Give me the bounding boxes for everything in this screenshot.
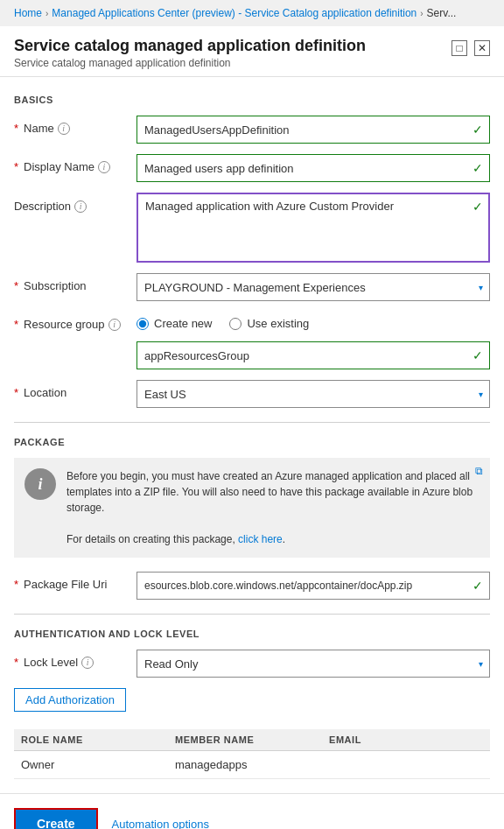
- create-new-radio-option[interactable]: Create new: [136, 317, 212, 330]
- info-box-line1: Before you begin, you must have created …: [66, 470, 472, 514]
- breadcrumb-managed-apps[interactable]: Managed Applications Center (preview) - …: [52, 7, 416, 19]
- create-button[interactable]: Create: [14, 808, 98, 829]
- window-title-block: Service catalog managed application defi…: [14, 37, 366, 69]
- row-email: [329, 758, 483, 771]
- display-name-input[interactable]: [136, 154, 490, 182]
- info-box-link[interactable]: click here: [238, 533, 283, 545]
- resource-group-value-label-spacer: [14, 341, 136, 348]
- package-info-box: i Before you begin, you must have create…: [14, 458, 490, 558]
- display-name-info-icon[interactable]: i: [98, 161, 110, 173]
- package-uri-field: ✓: [136, 572, 490, 600]
- display-name-field: ✓: [136, 154, 490, 182]
- lock-level-select-wrapper: Read Only CanNotDelete None ▾: [136, 650, 490, 678]
- package-uri-check-icon: ✓: [472, 579, 483, 593]
- row-member-name: managedapps: [175, 758, 329, 771]
- name-check-icon: ✓: [472, 123, 483, 137]
- description-check-icon: ✓: [472, 200, 483, 214]
- create-new-label: Create new: [154, 317, 212, 330]
- description-input[interactable]: Managed application with Azure Custom Pr…: [136, 193, 490, 263]
- minimize-button[interactable]: □: [452, 40, 467, 56]
- basics-section-title: BASICS: [14, 95, 490, 105]
- name-label: * Name i: [14, 116, 136, 135]
- subscription-select-wrapper: PLAYGROUND - Management Experiences ▾: [136, 273, 490, 301]
- package-uri-row: * Package File Uri ✓: [14, 572, 490, 600]
- subscription-select[interactable]: PLAYGROUND - Management Experiences: [136, 273, 490, 301]
- resource-group-input[interactable]: [136, 341, 490, 369]
- display-name-row: * Display Name i ✓: [14, 154, 490, 182]
- info-box-text: Before you begin, you must have created …: [66, 468, 480, 547]
- col-member-name: MEMBER NAME: [175, 734, 329, 745]
- location-row: * Location East US ▾: [14, 380, 490, 408]
- window-controls: □ ✕: [452, 40, 490, 56]
- location-required-star: *: [14, 386, 18, 399]
- location-select[interactable]: East US: [136, 380, 490, 408]
- name-input-wrapper: ✓: [136, 116, 490, 144]
- main-content: BASICS * Name i ✓ * Display Name i ✓: [0, 77, 504, 793]
- lock-level-select[interactable]: Read Only CanNotDelete None: [136, 650, 490, 678]
- subscription-required-star: *: [14, 279, 18, 292]
- package-uri-input-wrapper: ✓: [136, 572, 490, 600]
- close-button[interactable]: ✕: [474, 40, 490, 56]
- resource-group-radio-field: Create new Use existing: [136, 312, 490, 330]
- external-link-icon[interactable]: ⧉: [475, 465, 483, 477]
- add-authorization-button[interactable]: Add Authorization: [14, 688, 126, 712]
- display-name-label: * Display Name i: [14, 154, 136, 173]
- use-existing-label: Use existing: [247, 317, 309, 330]
- use-existing-radio-option[interactable]: Use existing: [229, 317, 309, 330]
- auth-section-title: AUTHENTICATION AND LOCK LEVEL: [14, 629, 490, 639]
- subscription-row: * Subscription PLAYGROUND - Management E…: [14, 273, 490, 301]
- subscription-field: PLAYGROUND - Management Experiences ▾: [136, 273, 490, 301]
- resource-group-radio-group: Create new Use existing: [136, 312, 490, 330]
- description-info-icon[interactable]: i: [74, 200, 87, 213]
- info-box-icon: i: [24, 468, 56, 500]
- location-select-wrapper: East US ▾: [136, 380, 490, 408]
- resource-group-required-star: *: [14, 318, 18, 331]
- window-header: Service catalog managed application defi…: [0, 26, 504, 77]
- location-label: * Location: [14, 380, 136, 399]
- lock-level-label: * Lock Level i: [14, 650, 136, 669]
- page-title: Service catalog managed application defi…: [14, 37, 366, 55]
- create-new-radio[interactable]: [136, 318, 149, 330]
- name-required-star: *: [14, 122, 18, 135]
- resource-group-value-field: ✓: [136, 341, 490, 369]
- lock-level-info-icon[interactable]: i: [81, 657, 94, 669]
- description-input-wrapper: Managed application with Azure Custom Pr…: [136, 193, 490, 263]
- row-role-name: Owner: [21, 758, 175, 771]
- description-field: Managed application with Azure Custom Pr…: [136, 193, 490, 263]
- resource-group-radio-row: * Resource group i Create new Use existi…: [14, 312, 490, 331]
- basics-divider: [14, 422, 490, 423]
- resource-group-info-icon[interactable]: i: [108, 319, 121, 331]
- lock-level-required-star: *: [14, 656, 18, 669]
- breadcrumb-sep1: ›: [46, 9, 48, 18]
- name-input[interactable]: [136, 116, 490, 144]
- breadcrumb-current: Serv...: [427, 7, 457, 19]
- table-row: Owner managedapps: [14, 751, 490, 779]
- resource-group-check-icon: ✓: [472, 348, 483, 362]
- display-name-input-wrapper: ✓: [136, 154, 490, 182]
- info-box-line2-suffix: .: [283, 533, 285, 545]
- display-name-required-star: *: [14, 160, 18, 173]
- breadcrumb-home[interactable]: Home: [14, 7, 42, 19]
- resource-group-label: * Resource group i: [14, 312, 136, 331]
- package-divider: [14, 614, 490, 615]
- col-role-name: ROLE NAME: [21, 734, 175, 745]
- auth-table: ROLE NAME MEMBER NAME EMAIL Owner manage…: [14, 729, 490, 779]
- resource-group-value-row: ✓: [14, 341, 490, 369]
- package-uri-label: * Package File Uri: [14, 572, 136, 591]
- use-existing-radio[interactable]: [229, 318, 242, 330]
- subscription-label: * Subscription: [14, 273, 136, 292]
- package-uri-input[interactable]: [136, 572, 490, 600]
- resource-group-input-wrapper: ✓: [136, 341, 490, 369]
- name-info-icon[interactable]: i: [58, 123, 70, 135]
- breadcrumb-sep2: ›: [420, 9, 423, 18]
- footer: Create Automation options: [0, 793, 504, 829]
- name-row: * Name i ✓: [14, 116, 490, 144]
- page-subtitle: Service catalog managed application defi…: [14, 57, 366, 69]
- description-label: Description i: [14, 193, 136, 213]
- description-row: Description i Managed application with A…: [14, 193, 490, 263]
- package-section-title: PACKAGE: [14, 437, 490, 447]
- automation-options-link[interactable]: Automation options: [112, 818, 209, 830]
- package-uri-required-star: *: [14, 578, 18, 591]
- name-field: ✓: [136, 116, 490, 144]
- col-email: EMAIL: [329, 734, 483, 745]
